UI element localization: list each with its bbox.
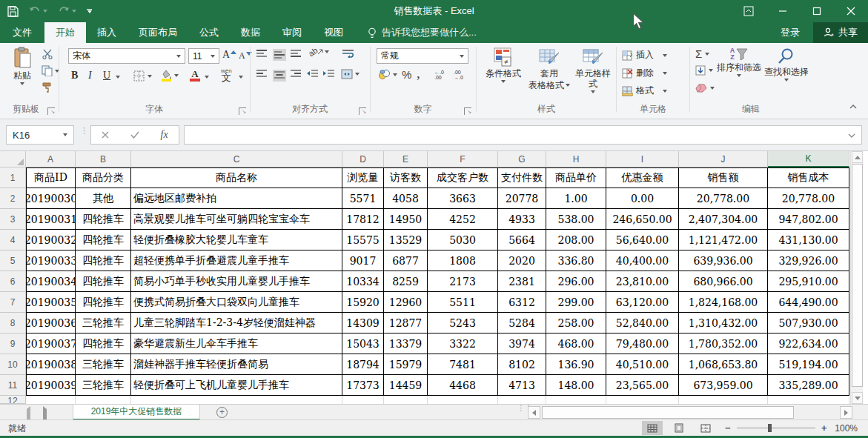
format-as-table-button[interactable]: 套用 表格格式	[528, 47, 571, 90]
decrease-indent-icon[interactable]	[307, 70, 318, 79]
cell-J10[interactable]: 1,068,653.80	[679, 354, 768, 375]
cell-B7[interactable]: 四轮推车	[76, 292, 131, 313]
bold-button[interactable]: B	[71, 70, 78, 82]
cell-G11[interactable]: 4713	[498, 375, 546, 396]
cell-D10[interactable]: 18794	[342, 354, 384, 375]
phonetic-dropdown[interactable]	[239, 76, 243, 79]
copy-icon[interactable]	[42, 65, 59, 76]
orientation-icon[interactable]: ab	[308, 47, 329, 56]
ribbon-tab-开始[interactable]: 开始	[44, 22, 86, 43]
cell-D6[interactable]: 10334	[342, 271, 384, 292]
fill-color-icon[interactable]	[160, 69, 179, 82]
column-header-J[interactable]: J	[679, 151, 768, 167]
row-header-4[interactable]: 4	[0, 230, 26, 250]
cell-B8[interactable]: 三轮推车	[76, 313, 131, 334]
column-header-F[interactable]: F	[428, 151, 498, 167]
cell-E3[interactable]: 14950	[384, 209, 428, 230]
format-painter-icon[interactable]	[42, 82, 53, 93]
ribbon-tab-插入[interactable]: 插入	[86, 22, 127, 43]
cell-D2[interactable]: 5571	[342, 188, 384, 209]
cell-I10[interactable]: 40,510.00	[606, 354, 679, 375]
font-dialog-launcher-icon[interactable]: ↘	[239, 107, 246, 115]
cell-H5[interactable]: 336.80	[546, 250, 606, 271]
cell-E12[interactable]	[384, 396, 428, 404]
row-header-3[interactable]: 3	[0, 209, 26, 230]
page-break-view-icon[interactable]	[695, 421, 716, 435]
row-header-10[interactable]: 10	[0, 354, 26, 375]
scroll-left-icon[interactable]	[528, 406, 540, 419]
cell-A11[interactable]: 20190039	[26, 375, 76, 396]
cell-I3[interactable]: 246,650.00	[606, 209, 679, 230]
row-header-5[interactable]: 5	[0, 250, 26, 271]
align-center-icon[interactable]	[273, 70, 286, 82]
cell-F12[interactable]	[428, 396, 498, 404]
cell-B5[interactable]: 四轮推车	[76, 250, 131, 271]
increase-decimal-icon[interactable]: ←.0 .00	[434, 70, 444, 80]
cell-B1[interactable]: 商品分类	[76, 167, 131, 188]
cell-H9[interactable]: 468.00	[546, 334, 606, 354]
cell-F3[interactable]: 4252	[428, 209, 498, 230]
cell-B9[interactable]: 四轮推车	[76, 334, 131, 354]
cell-J8[interactable]: 1,310,432.00	[679, 313, 768, 334]
merge-center-icon[interactable]	[341, 69, 360, 79]
column-header-G[interactable]: G	[498, 151, 546, 167]
cell-B6[interactable]: 四轮推车	[76, 271, 131, 292]
cell-I11[interactable]: 23,565.00	[606, 375, 679, 396]
cell-D8[interactable]: 14309	[342, 313, 384, 334]
cell-C4[interactable]: 轻便折叠橡胶大轮婴儿车童车	[131, 230, 342, 250]
cell-J2[interactable]: 20,778.00	[679, 188, 768, 209]
underline-button[interactable]: U	[103, 70, 110, 82]
cell-H2[interactable]: 1.00	[546, 188, 606, 209]
cell-H3[interactable]: 538.00	[546, 209, 606, 230]
cell-K1[interactable]: 销售成本	[768, 167, 849, 188]
column-header-A[interactable]: A	[26, 151, 76, 167]
cell-C7[interactable]: 便携式简易折叠大口袋双向儿童推车	[131, 292, 342, 313]
font-color-dropdown[interactable]	[205, 76, 209, 79]
row-header-9[interactable]: 9	[0, 334, 26, 354]
wrap-text-icon[interactable]	[342, 49, 354, 58]
cell-D4[interactable]: 15575	[342, 230, 384, 250]
cell-E8[interactable]: 12877	[384, 313, 428, 334]
column-header-I[interactable]: I	[606, 151, 679, 167]
increase-font-size-button[interactable]: A	[222, 49, 236, 61]
cell-K3[interactable]: 947,802.00	[768, 209, 849, 230]
row-header-8[interactable]: 8	[0, 313, 26, 334]
cell-F9[interactable]: 3322	[428, 334, 498, 354]
cell-K6[interactable]: 295,910.00	[768, 271, 849, 292]
cell-C5[interactable]: 超轻便携单手折叠避震儿童手推车	[131, 250, 342, 271]
column-header-B[interactable]: B	[76, 151, 131, 167]
cell-I1[interactable]: 优惠金额	[606, 167, 679, 188]
cell-H1[interactable]: 商品单价	[546, 167, 606, 188]
cell-G6[interactable]: 2381	[498, 271, 546, 292]
cell-C6[interactable]: 简易小巧单手秒收实用儿童婴儿手推车	[131, 271, 342, 292]
cut-icon[interactable]	[42, 49, 53, 59]
cell-K12[interactable]	[768, 396, 849, 404]
column-header-H[interactable]: H	[546, 151, 606, 167]
cell-I4[interactable]: 56,640.00	[606, 230, 679, 250]
cell-J1[interactable]: 销售额	[679, 167, 768, 188]
cell-D12[interactable]	[342, 396, 384, 404]
name-box[interactable]: K16	[6, 125, 74, 145]
font-name-select[interactable]: 宋体	[68, 48, 185, 64]
conditional-formatting-button[interactable]: ≠ 条件格式	[482, 47, 525, 83]
tab-file[interactable]: 文件	[0, 22, 44, 43]
cell-G12[interactable]	[498, 396, 546, 404]
cell-A1[interactable]: 商品ID	[26, 167, 76, 188]
ribbon-tab-审阅[interactable]: 审阅	[271, 22, 313, 43]
borders-icon[interactable]	[133, 70, 152, 82]
cell-D5[interactable]: 9017	[342, 250, 384, 271]
vertical-scrollbar[interactable]	[850, 151, 863, 404]
paste-button[interactable]: 粘贴	[6, 47, 39, 85]
cell-B2[interactable]: 其他	[76, 188, 131, 209]
minimize-button[interactable]	[766, 0, 800, 22]
cell-B3[interactable]: 四轮推车	[76, 209, 131, 230]
ribbon-tab-页面布局[interactable]: 页面布局	[127, 22, 188, 43]
row-header-7[interactable]: 7	[0, 292, 26, 313]
cell-E6[interactable]: 8259	[384, 271, 428, 292]
cell-J6[interactable]: 680,966.00	[679, 271, 768, 292]
scroll-right-icon[interactable]	[840, 406, 852, 419]
insert-cells-button[interactable]: 插入	[622, 49, 667, 62]
column-header-C[interactable]: C	[131, 151, 342, 167]
accounting-format-icon[interactable]	[378, 69, 397, 80]
cell-J4[interactable]: 1,121,472.00	[679, 230, 768, 250]
